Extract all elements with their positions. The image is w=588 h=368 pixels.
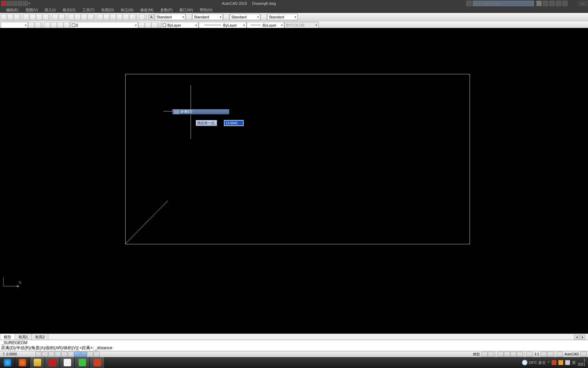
polar-toggle[interactable] xyxy=(55,352,61,357)
text-style-dropdown[interactable]: Standard xyxy=(155,14,185,20)
tray-expand-icon[interactable]: ^ xyxy=(548,361,550,365)
mleader-style-dropdown[interactable]: Standard xyxy=(267,14,298,20)
layer-manager-icon[interactable] xyxy=(44,22,50,28)
tool-palettes-icon[interactable] xyxy=(110,14,116,20)
save-icon[interactable] xyxy=(14,14,20,20)
menu-dimension[interactable]: 标注(N) xyxy=(117,7,137,13)
search-input[interactable] xyxy=(473,1,534,6)
workspace-dropdown[interactable] xyxy=(1,22,28,28)
search-box[interactable] xyxy=(473,1,534,6)
subscription-icon[interactable] xyxy=(543,1,548,6)
print-icon[interactable] xyxy=(23,1,28,6)
menu-draw[interactable]: 绘图(D) xyxy=(98,7,117,13)
dim-style-icon[interactable] xyxy=(186,14,192,20)
zoom-icon[interactable] xyxy=(75,14,81,20)
menu-edit[interactable]: 编辑(E) xyxy=(3,7,22,13)
undo-icon[interactable] xyxy=(12,1,17,6)
tab-model[interactable]: 模型 xyxy=(0,334,15,340)
new-icon[interactable] xyxy=(1,14,7,20)
help-icon[interactable] xyxy=(139,14,145,20)
text-style-icon[interactable]: A xyxy=(148,14,154,20)
table-style-dropdown[interactable]: Standard xyxy=(230,14,260,20)
pan-icon[interactable] xyxy=(68,14,74,20)
favorite-icon[interactable] xyxy=(556,1,561,6)
ducs-toggle[interactable] xyxy=(74,352,80,357)
quickview-drawings-icon[interactable] xyxy=(488,352,494,357)
sheet-set-icon[interactable] xyxy=(116,14,122,20)
search-go-icon[interactable] xyxy=(536,1,542,6)
taskbar-camtasia[interactable] xyxy=(75,357,90,368)
clock[interactable]: 1 2021 xyxy=(578,358,585,367)
open-icon[interactable] xyxy=(7,14,13,20)
model-space-label[interactable]: 模型 xyxy=(472,352,481,357)
menu-insert[interactable]: 插入(I) xyxy=(41,7,59,13)
pan-icon[interactable] xyxy=(497,352,504,357)
layer-iso-icon[interactable] xyxy=(151,22,158,28)
lineweight-dropdown[interactable]: ByLayer xyxy=(247,22,284,28)
exchange-icon[interactable] xyxy=(549,1,555,6)
osnap-toggle[interactable] xyxy=(61,352,67,357)
workspace-save-icon[interactable] xyxy=(35,22,41,28)
taskbar-explorer[interactable] xyxy=(30,357,45,368)
annotation-scale[interactable]: 1:1 xyxy=(533,352,540,356)
menu-help[interactable]: 帮助(H) xyxy=(196,7,216,13)
taskbar-firefox[interactable] xyxy=(15,357,30,368)
help-icon[interactable] xyxy=(562,1,568,6)
showmotion-icon[interactable] xyxy=(517,352,523,357)
grid-toggle[interactable] xyxy=(42,352,48,357)
ortho-toggle[interactable] xyxy=(48,352,54,357)
tab-layout1[interactable]: 布局1 xyxy=(15,334,32,340)
menu-view[interactable]: 视图(V) xyxy=(22,7,42,13)
undo-icon[interactable] xyxy=(52,14,58,20)
matchprop-icon[interactable] xyxy=(43,14,49,20)
redo-icon[interactable] xyxy=(18,1,22,6)
dynamic-input[interactable]: 13.6541 xyxy=(224,120,244,126)
steering-wheel-icon[interactable] xyxy=(510,352,517,357)
copy-icon[interactable] xyxy=(30,14,36,20)
scroll-left-icon[interactable]: ◂ xyxy=(574,335,579,339)
linetype-dropdown[interactable]: ByLayer xyxy=(199,22,246,28)
markup-icon[interactable] xyxy=(123,14,129,20)
coordinates[interactable]: 7, 0.0000 xyxy=(0,352,34,356)
taskbar-recorder[interactable] xyxy=(90,357,105,368)
qat-dropdown-icon[interactable]: ▾ xyxy=(29,2,30,5)
command-line[interactable]: _SUREGEOM 距离(D)/半径(R)/角度(A)/面积(AR)/体积(V)… xyxy=(0,340,588,351)
quickview-layouts-icon[interactable] xyxy=(481,352,488,357)
taskbar-ie[interactable] xyxy=(0,357,15,368)
dyn-toggle[interactable] xyxy=(81,352,87,357)
annotation-visibility-icon[interactable] xyxy=(541,352,547,357)
workspace-settings-icon[interactable] xyxy=(28,22,34,28)
tab-layout2[interactable]: 布局2 xyxy=(31,334,48,340)
infocenter-icon[interactable] xyxy=(466,1,472,6)
zoom-window-icon[interactable] xyxy=(81,14,87,20)
layer-states-icon[interactable] xyxy=(51,22,57,28)
zoom-previous-icon[interactable] xyxy=(87,14,94,20)
table-style-icon[interactable] xyxy=(223,14,229,20)
paste-icon[interactable] xyxy=(36,14,42,20)
zoom-icon[interactable] xyxy=(504,352,510,357)
save-icon[interactable] xyxy=(7,1,12,6)
menu-parametric[interactable]: 参数(P) xyxy=(157,7,176,13)
make-current-icon[interactable] xyxy=(138,22,145,28)
quickcalc-icon[interactable] xyxy=(129,14,135,20)
dynamic-menu[interactable]: 距离(D) xyxy=(172,109,229,114)
menu-tools[interactable]: 工具(T) xyxy=(79,7,98,13)
lwt-toggle[interactable] xyxy=(87,352,93,357)
layer-match-icon[interactable] xyxy=(145,22,151,28)
drawing-canvas[interactable]: 距离(D) 指定第一点: 13.6541 xyxy=(0,28,588,331)
workspace-switch-icon[interactable] xyxy=(557,352,563,357)
autoscale-icon[interactable] xyxy=(547,352,553,357)
tray-icon-1[interactable] xyxy=(552,360,556,365)
snap-toggle[interactable] xyxy=(35,352,42,357)
menu-modify[interactable]: 修改(M) xyxy=(137,7,157,13)
layer-previous-icon[interactable] xyxy=(64,22,70,28)
menu-format[interactable]: 格式(O) xyxy=(59,7,79,13)
volume-icon[interactable] xyxy=(565,360,570,365)
dim-style-dropdown[interactable]: Standard xyxy=(192,14,223,20)
scroll-right-icon[interactable]: ▸ xyxy=(580,335,585,339)
cut-icon[interactable] xyxy=(23,14,29,20)
workspace-label[interactable]: AutoCAD xyxy=(563,352,580,356)
minimize-button[interactable]: — xyxy=(578,1,588,6)
menu-window[interactable]: 窗口(W) xyxy=(176,7,196,13)
design-center-icon[interactable] xyxy=(103,14,110,20)
